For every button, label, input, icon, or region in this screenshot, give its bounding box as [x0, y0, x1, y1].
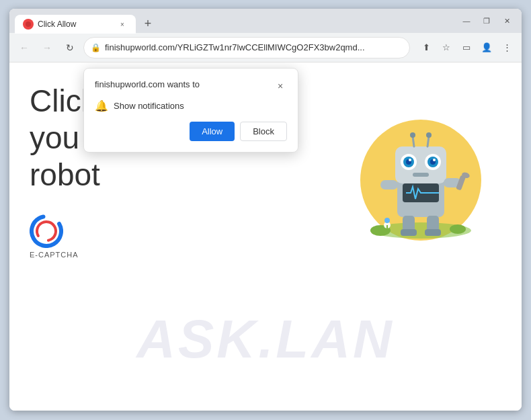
new-tab-button[interactable]: +	[138, 14, 157, 33]
tab-area: Click Allow × +	[15, 9, 457, 33]
svg-point-6	[450, 224, 466, 234]
notification-popup: finishupworld.com wants to × 🔔 Show noti…	[83, 68, 298, 153]
ecaptcha-label: E-CAPTCHA	[30, 251, 79, 259]
tab-title: Click Allow	[38, 19, 113, 29]
menu-button[interactable]: ⋮	[497, 38, 516, 57]
svg-point-23	[409, 159, 411, 161]
svg-point-1	[30, 214, 63, 248]
svg-point-14	[410, 132, 415, 138]
heading-line3: robot	[30, 157, 100, 192]
back-button[interactable]: ←	[15, 38, 34, 57]
svg-rect-26	[380, 180, 398, 190]
svg-rect-25	[413, 173, 429, 177]
tab-close-button[interactable]: ×	[117, 19, 128, 30]
allow-button[interactable]: Allow	[190, 122, 235, 141]
url-text: finishupworld.com/YRLiGZTw1nr7lwCCEllMIW…	[105, 42, 403, 52]
block-button[interactable]: Block	[240, 122, 287, 141]
svg-point-16	[426, 132, 432, 138]
bell-icon: 🔔	[95, 99, 108, 112]
svg-point-2	[34, 218, 59, 243]
popup-buttons: Allow Block	[95, 122, 287, 141]
svg-rect-33	[425, 229, 441, 236]
page-content: finishupworld.com wants to × 🔔 Show noti…	[9, 62, 522, 411]
forward-button[interactable]: →	[38, 38, 56, 57]
svg-line-15	[427, 136, 429, 146]
active-tab[interactable]: Click Allow ×	[15, 15, 136, 34]
popup-close-button[interactable]: ×	[274, 79, 287, 93]
svg-rect-32	[401, 229, 417, 236]
extension-button[interactable]: ▭	[457, 38, 476, 57]
address-bar: ← → ↻ 🔒 finishupworld.com/YRLiGZTw1nr7lw…	[9, 33, 522, 62]
popup-notification-row: 🔔 Show notifications	[95, 99, 287, 112]
url-bar[interactable]: 🔒 finishupworld.com/YRLiGZTw1nr7lwCCEllM…	[83, 37, 410, 58]
address-actions: ⬆ ☆ ▭ 👤 ⋮	[417, 38, 516, 57]
popup-notification-text: Show notifications	[114, 101, 184, 111]
share-button[interactable]: ⬆	[417, 38, 436, 57]
close-button[interactable]: ✕	[497, 11, 516, 30]
reload-button[interactable]: ↻	[60, 38, 79, 57]
popup-header: finishupworld.com wants to ×	[95, 79, 287, 93]
browser-window: Click Allow × + — ❐ ✕ ← → ↻ 🔒 finishupwo…	[9, 9, 522, 411]
robot-illustration	[327, 76, 501, 251]
svg-line-13	[413, 136, 414, 146]
svg-point-24	[433, 159, 436, 161]
svg-point-0	[26, 22, 31, 27]
robot-svg	[333, 76, 495, 251]
lock-icon: 🔒	[91, 43, 101, 52]
profile-button[interactable]: 👤	[477, 38, 496, 57]
maximize-button[interactable]: ❐	[477, 11, 496, 30]
title-bar: Click Allow × + — ❐ ✕	[9, 9, 522, 33]
popup-site-text: finishupworld.com wants to	[95, 79, 200, 89]
ecaptcha-logo-icon	[30, 214, 63, 248]
ecaptcha-area: E-CAPTCHA	[30, 214, 313, 259]
bookmark-button[interactable]: ☆	[437, 38, 456, 57]
window-controls: — ❐ ✕	[457, 11, 516, 30]
tab-favicon	[23, 19, 34, 30]
minimize-button[interactable]: —	[457, 11, 476, 30]
svg-point-8	[384, 218, 390, 223]
